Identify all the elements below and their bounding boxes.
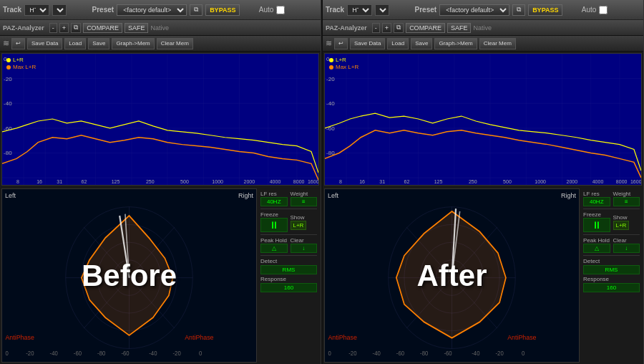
clear-btn-after[interactable]: ↓ xyxy=(613,244,640,253)
after-maxlr-dot xyxy=(329,65,333,70)
lf-res-label-after: LF res xyxy=(583,191,610,197)
svg-text:-40: -40 xyxy=(373,350,381,357)
svg-text:AntiPhase: AntiPhase xyxy=(185,333,213,342)
plus-btn-before[interactable]: + xyxy=(59,23,69,33)
bypass-before[interactable]: BYPASS xyxy=(205,4,240,16)
copy-btn-after[interactable]: ⧉ xyxy=(394,23,404,33)
svg-text:8: 8 xyxy=(16,179,19,184)
lf-res-row-before: LF res 40HZ Weight ≡ xyxy=(260,191,317,206)
lf-res-btn-after[interactable]: 40HZ xyxy=(583,197,610,206)
svg-text:250: 250 xyxy=(469,179,477,184)
response-btn-after[interactable]: 160 xyxy=(583,283,640,292)
track-label-after: Track xyxy=(326,6,344,14)
preset-copy-after[interactable]: ⧉ xyxy=(512,4,525,16)
after-top-bar: Track HTC a Preset <factory default> ⧉ B… xyxy=(323,0,643,20)
detect-btn-after[interactable]: RMS xyxy=(583,265,640,274)
svg-text:-20: -20 xyxy=(496,350,504,357)
svg-text:-60: -60 xyxy=(4,125,12,132)
graph-mem-btn-after[interactable]: Graph->Mem xyxy=(434,38,477,49)
plugin-name-after: PAZ-Analyzer xyxy=(326,24,367,32)
clear-mem-btn-after[interactable]: Clear Mem xyxy=(479,38,516,49)
compare-btn-before[interactable]: COMPARE xyxy=(83,23,122,33)
svg-text:-20: -20 xyxy=(348,350,357,357)
lf-res-row-after: LF res 40HZ Weight ≡ xyxy=(583,191,640,206)
freeze-btn-before[interactable]: ⏸ xyxy=(260,218,288,232)
detect-label-after: Detect xyxy=(583,258,640,264)
after-overlay-label: After xyxy=(416,259,487,293)
show-btn-after[interactable]: L+R xyxy=(613,221,630,230)
before-top-bar: Track HTC a Preset <factory default> ⧉ B… xyxy=(0,0,321,20)
weight-btn-before[interactable]: ≡ xyxy=(291,197,318,206)
clear-btn-before[interactable]: ↓ xyxy=(291,244,318,253)
preset-label-after: Preset xyxy=(415,6,437,14)
svg-text:31: 31 xyxy=(57,179,62,184)
svg-text:8000: 8000 xyxy=(616,179,628,184)
svg-text:-40: -40 xyxy=(4,100,12,107)
response-label-after: Response xyxy=(583,276,640,282)
after-lr-dot xyxy=(329,58,333,62)
after-polar-left: Left xyxy=(328,192,338,199)
before-polar: AntiPhase AntiPhase 0 -20 -40 -60 -80 -6… xyxy=(1,188,257,363)
after-side-controls: LF res 40HZ Weight ≡ Freeze ⏸ Show xyxy=(581,188,642,363)
svg-text:-80: -80 xyxy=(420,350,429,357)
svg-text:-20: -20 xyxy=(4,76,12,82)
auto-checkbox-after[interactable] xyxy=(599,6,608,14)
show-label-after: Show xyxy=(613,214,640,221)
svg-text:500: 500 xyxy=(180,179,189,184)
before-legend: L+R Max L+R xyxy=(6,57,36,70)
freeze-btn-after[interactable]: ⏸ xyxy=(583,218,610,232)
main-container: Track HTC a Preset <factory default> ⧉ B… xyxy=(0,0,644,364)
bypass-after[interactable]: BYPASS xyxy=(528,4,562,16)
safe-btn-after[interactable]: SAFE xyxy=(447,23,472,33)
response-btn-before[interactable]: 160 xyxy=(260,283,317,292)
track-select-before[interactable]: HTC xyxy=(24,4,49,16)
before-spectrum-svg: -20 -40 -60 -80 0 8 16 31 62 125 250 500… xyxy=(2,54,318,185)
native-label-after: Native xyxy=(473,24,492,32)
save-btn-after[interactable]: Save xyxy=(411,38,432,49)
freeze-label-before: Freeze xyxy=(260,211,288,218)
svg-text:-20: -20 xyxy=(326,76,335,82)
undo-btn-before[interactable]: ↩ xyxy=(11,38,25,49)
preset-dropdown-after[interactable]: <factory default> xyxy=(439,4,509,16)
before-panel: Track HTC a Preset <factory default> ⧉ B… xyxy=(0,0,321,364)
minus-btn-before[interactable]: - xyxy=(49,23,57,33)
clear-mem-btn-before[interactable]: Clear Mem xyxy=(157,38,193,49)
peak-hold-btn-before[interactable]: △ xyxy=(260,244,288,253)
preset-copy-before[interactable]: ⧉ xyxy=(190,4,203,16)
show-btn-before[interactable]: L+R xyxy=(291,221,307,230)
undo-btn-after[interactable]: ↩ xyxy=(334,38,348,49)
preset-label-before: Preset xyxy=(92,6,114,14)
track-sub-before[interactable]: a xyxy=(52,4,67,16)
svg-text:250: 250 xyxy=(146,179,155,184)
peak-hold-label-before: Peak Hold xyxy=(260,237,288,244)
weight-btn-after[interactable]: ≡ xyxy=(613,197,640,206)
after-lr-label: L+R xyxy=(336,57,346,63)
load-btn-before[interactable]: Load xyxy=(64,38,86,49)
track-select-after[interactable]: HTC xyxy=(347,4,372,16)
svg-text:-60: -60 xyxy=(74,350,82,357)
track-sub-after[interactable]: a xyxy=(375,4,389,16)
peak-hold-btn-after[interactable]: △ xyxy=(583,244,610,253)
save-data-btn-before[interactable]: Save Data xyxy=(27,38,62,49)
detect-btn-before[interactable]: RMS xyxy=(260,265,317,274)
svg-text:1000: 1000 xyxy=(212,179,223,184)
save-btn-before[interactable]: Save xyxy=(88,38,109,49)
lf-res-btn-before[interactable]: 40HZ xyxy=(260,197,288,206)
svg-text:2000: 2000 xyxy=(244,179,255,184)
minus-btn-after[interactable]: - xyxy=(372,23,380,33)
safe-btn-before[interactable]: SAFE xyxy=(125,23,149,33)
clear-label-before: Clear xyxy=(291,237,318,244)
peak-row-before: Peak Hold △ Clear ↓ xyxy=(260,237,317,253)
copy-btn-before[interactable]: ⧉ xyxy=(71,23,81,33)
preset-dropdown-before[interactable]: <factory default> xyxy=(117,4,187,16)
auto-checkbox-before[interactable] xyxy=(276,6,285,14)
compare-btn-after[interactable]: COMPARE xyxy=(406,23,445,33)
clear-label-after: Clear xyxy=(613,237,640,244)
svg-text:8000: 8000 xyxy=(293,179,305,184)
native-label-before: Native xyxy=(150,24,169,32)
plus-btn-after[interactable]: + xyxy=(382,23,391,33)
load-btn-after[interactable]: Load xyxy=(387,38,409,49)
graph-mem-btn-before[interactable]: Graph->Mem xyxy=(112,38,154,49)
save-data-btn-after[interactable]: Save Data xyxy=(350,38,385,49)
after-panel: Track HTC a Preset <factory default> ⧉ B… xyxy=(323,0,644,364)
